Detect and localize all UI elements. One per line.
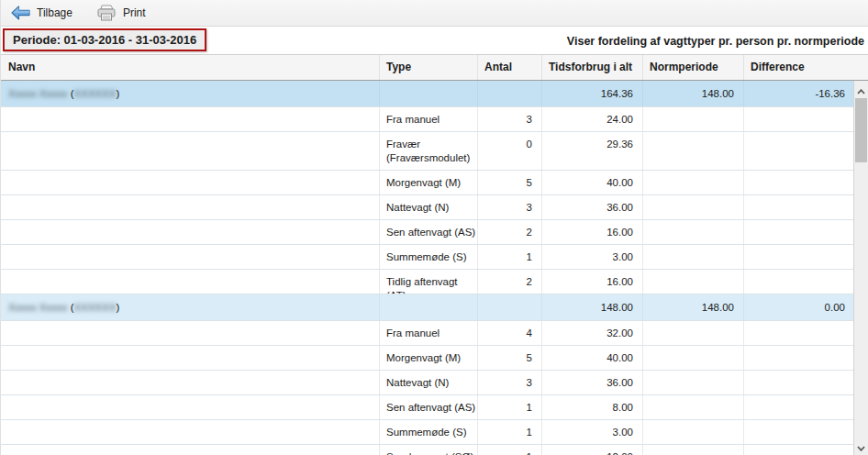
column-header-type[interactable]: Type [380, 55, 478, 80]
cell-tidsforbrug: 8.00 [542, 395, 643, 419]
table-row[interactable]: Morgenvagt (M) 5 40.00 [1, 171, 854, 195]
period-highlight-box: Periode: 01-03-2016 - 31-03-2016 [3, 28, 206, 51]
cell-difference [744, 245, 854, 269]
cell-antal: 2 [478, 270, 542, 294]
print-button-label: Print [123, 6, 146, 19]
cell-tidsforbrug: 16.00 [542, 270, 643, 294]
cell-normperiode [643, 420, 744, 444]
table-row[interactable]: Nattevagt (N) 3 36.00 [1, 371, 854, 395]
column-header-difference[interactable]: Difference [744, 55, 868, 80]
table-row[interactable]: Fra manuel 4 32.00 [1, 321, 854, 346]
cell-difference [744, 395, 854, 419]
cell-difference: 0.00 [744, 294, 854, 320]
table-row[interactable]: Søndagsvagt (SØ) 1 12.00 [1, 445, 854, 455]
toolbar: Tilbage Print [1, 0, 868, 27]
scroll-up-button[interactable] [854, 82, 868, 97]
cell-tidsforbrug: 40.00 [542, 346, 643, 370]
printer-icon [96, 5, 117, 22]
table-row[interactable]: Fravær (Fraværsmodulet) 0 29.36 [1, 132, 854, 171]
cell-normperiode [643, 445, 744, 455]
cell-navn [1, 445, 380, 455]
cell-difference [744, 270, 854, 294]
cell-tidsforbrug: 32.00 [542, 321, 643, 345]
table-row[interactable]: Summemøde (S) 1 3.00 [1, 420, 854, 445]
cell-antal: 2 [478, 220, 542, 244]
cell-type: Summemøde (S) [380, 245, 478, 269]
chevron-up-icon [857, 82, 865, 98]
table-row[interactable]: Nattevagt (N) 3 36.00 [1, 195, 854, 220]
cell-normperiode [643, 171, 744, 194]
table-body: Xxxxx Xxxxx (XXXXXX) 164.36 148.00 -16.3… [1, 81, 854, 455]
cell-navn [1, 346, 380, 370]
cell-navn [1, 107, 380, 131]
cell-tidsforbrug: 29.36 [542, 132, 643, 170]
table-row[interactable]: Sen aftenvagt (AS) 1 8.00 [1, 395, 854, 420]
person-code-redacted: XXXXXX [74, 302, 117, 313]
period-label: Periode: 01-03-2016 - 31-03-2016 [13, 33, 196, 47]
cell-navn [1, 132, 380, 170]
cell-tidsforbrug: 164.36 [542, 81, 643, 106]
cell-antal: 5 [478, 346, 542, 370]
cell-antal: 3 [478, 371, 542, 394]
column-header-navn[interactable]: Navn [1, 55, 380, 80]
cell-difference [744, 445, 854, 455]
cell-tidsforbrug: 148.00 [542, 294, 643, 320]
cell-difference [744, 220, 854, 244]
cell-type: Fravær (Fraværsmodulet) [380, 132, 478, 170]
cell-difference [744, 346, 854, 370]
cell-antal: 0 [478, 132, 542, 170]
cell-type [380, 294, 478, 320]
cell-navn: Xxxxx Xxxxx (XXXXXX) [1, 294, 380, 320]
cell-tidsforbrug: 16.00 [542, 220, 643, 244]
cell-navn [1, 195, 380, 219]
scrollbar-thumb[interactable] [855, 98, 867, 162]
cell-type: Nattevagt (N) [380, 371, 478, 394]
cell-tidsforbrug: 36.00 [542, 195, 643, 219]
cell-antal: 5 [478, 171, 542, 194]
cell-difference [744, 132, 854, 170]
cell-normperiode [643, 195, 744, 219]
cell-antal: 3 [478, 195, 542, 219]
cell-tidsforbrug: 3.00 [542, 245, 643, 269]
cell-normperiode [643, 346, 744, 370]
print-button[interactable]: Print [93, 3, 150, 24]
cell-normperiode [643, 245, 744, 269]
person-code-redacted: XXXXXX [74, 88, 117, 99]
cell-navn [1, 321, 380, 345]
table-row[interactable]: Summemøde (S) 1 3.00 [1, 245, 854, 270]
cell-normperiode: 148.00 [643, 81, 744, 106]
cell-navn [1, 171, 380, 194]
cell-difference [744, 195, 854, 219]
cell-antal [478, 81, 542, 106]
column-header-tidsforbrug[interactable]: Tidsforbrug i alt [542, 55, 643, 80]
cell-type: Summemøde (S) [380, 420, 478, 444]
cell-normperiode [643, 270, 744, 294]
cell-navn [1, 270, 380, 294]
back-arrow-icon [11, 6, 30, 20]
cell-type: Sen aftenvagt (AS) [380, 220, 478, 244]
cell-antal [478, 294, 542, 320]
cell-normperiode [643, 107, 744, 131]
scroll-down-button[interactable] [854, 438, 868, 454]
cell-difference [744, 171, 854, 194]
table-row[interactable]: Tidlig aftenvagt (AT) 2 16.00 [1, 270, 854, 294]
cell-difference [744, 107, 854, 131]
column-header-normperiode[interactable]: Normperiode [643, 55, 744, 80]
person-summary-row[interactable]: Xxxxx Xxxxx (XXXXXX) 148.00 148.00 0.00 [1, 294, 854, 321]
cell-type: Fra manuel [380, 321, 478, 345]
person-name-redacted: Xxxxx Xxxxx [8, 88, 68, 99]
table-row[interactable]: Sen aftenvagt (AS) 2 16.00 [1, 220, 854, 245]
back-button[interactable]: Tilbage [7, 4, 76, 22]
cell-normperiode [643, 395, 744, 419]
column-header-antal[interactable]: Antal [478, 55, 542, 80]
table-row[interactable]: Fra manuel 3 24.00 [1, 107, 854, 132]
cell-antal: 1 [478, 245, 542, 269]
table-row[interactable]: Morgenvagt (M) 5 40.00 [1, 346, 854, 371]
vertical-scrollbar[interactable] [853, 81, 868, 455]
cell-type [380, 81, 478, 106]
chevron-down-icon [857, 438, 865, 455]
cell-navn [1, 220, 380, 244]
person-summary-row[interactable]: Xxxxx Xxxxx (XXXXXX) 164.36 148.00 -16.3… [1, 81, 854, 107]
period-bar: Periode: 01-03-2016 - 31-03-2016 Viser f… [1, 27, 868, 55]
cell-antal: 1 [478, 395, 542, 419]
